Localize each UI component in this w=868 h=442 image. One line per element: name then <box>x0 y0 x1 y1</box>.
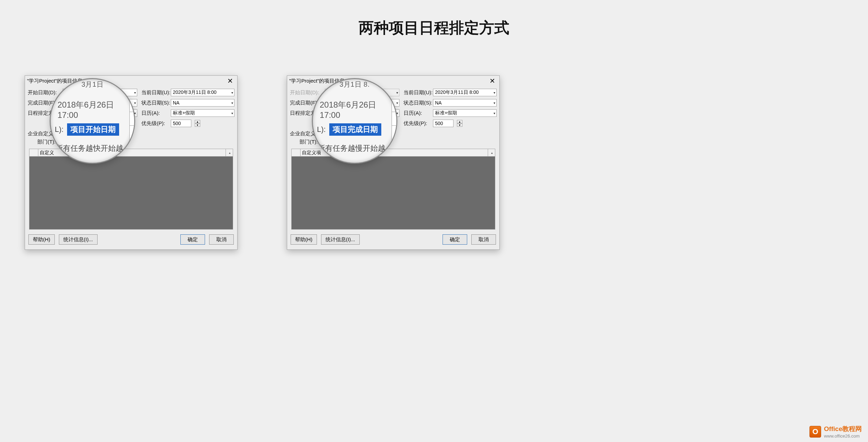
custom-fields-grid: 自定义项 ▴ <box>291 149 495 230</box>
calendar-combo[interactable]: 标准+假期▾ <box>433 109 497 117</box>
calendar-value: 标准+假期 <box>173 110 195 116</box>
close-icon[interactable]: ✕ <box>226 77 234 84</box>
start-date-label: 开始日期(D): <box>290 89 323 96</box>
grid-body[interactable] <box>29 157 233 229</box>
watermark: O Office教程网 www.office26.com <box>809 425 862 439</box>
current-date-label: 当前日期(U): <box>404 89 431 96</box>
start-date-label: 开始日期(D): <box>28 89 61 96</box>
cancel-button[interactable]: 取消 <box>471 234 496 245</box>
spin-down-icon[interactable]: ▼ <box>195 123 200 127</box>
current-date-value: 2020年3月11日 8:00 <box>435 89 479 96</box>
department-label: 部门(T): <box>299 139 318 145</box>
scroll-up-icon[interactable]: ▴ <box>489 149 495 157</box>
spin-up-icon[interactable]: ▲ <box>195 120 200 123</box>
status-date-label: 状态日期(S): <box>141 100 169 106</box>
chevron-down-icon: ▾ <box>134 91 136 95</box>
grid-body[interactable] <box>292 157 495 229</box>
lens-finish-date: 2018年6月26日 17:00 <box>317 95 392 123</box>
status-date-value: NA <box>435 100 442 106</box>
spin-up-icon[interactable]: ▲ <box>457 120 462 123</box>
lens-L-label: L): <box>317 125 326 134</box>
department-label: 部门(T): <box>37 139 55 145</box>
grid-header-blank <box>292 149 301 156</box>
grid-header: 自定义 ▴ <box>29 149 233 157</box>
spin-buttons[interactable]: ▲▼ <box>195 120 200 127</box>
priority-label: 优先级(P): <box>404 120 431 127</box>
priority-value: 500 <box>435 121 443 126</box>
ok-button[interactable]: 确定 <box>443 234 467 245</box>
stats-button[interactable]: 统计信息(I)... <box>321 234 360 245</box>
office-logo-icon: O <box>809 426 821 438</box>
help-button[interactable]: 帮助(H) <box>28 234 55 245</box>
chevron-down-icon: ▾ <box>494 111 495 115</box>
current-date-combo[interactable]: 2020年3月11日 8:00▾ <box>433 89 497 96</box>
grid-header-blank <box>29 149 38 156</box>
current-date-value: 2020年3月11日 8:00 <box>173 89 217 96</box>
button-bar: 帮助(H) 统计信息(I)... 确定 取消 <box>25 230 237 249</box>
scroll-up-icon[interactable]: ▴ <box>227 149 233 157</box>
chevron-down-icon: ▾ <box>396 91 398 95</box>
priority-stepper[interactable]: 500 <box>171 120 191 127</box>
chevron-down-icon: ▾ <box>231 101 233 105</box>
close-icon[interactable]: ✕ <box>488 77 497 84</box>
lens-selected-option[interactable]: 项目开始日期 <box>67 123 119 136</box>
cancel-button[interactable]: 取消 <box>209 234 234 245</box>
calendar-label: 日历(A): <box>404 110 431 116</box>
watermark-url: www.office26.com <box>824 433 862 439</box>
button-bar: 帮助(H) 统计信息(I)... 确定 取消 <box>287 230 499 249</box>
magnifier-left: 3月1日 2018年6月26日 17:00 L): 项目开始日期 所有任务越快开… <box>50 78 135 164</box>
status-date-value: NA <box>173 100 179 106</box>
chevron-down-icon: ▾ <box>134 101 136 105</box>
lens-selected-option[interactable]: 项目完成日期 <box>329 123 381 136</box>
priority-value: 500 <box>173 121 181 126</box>
status-date-combo[interactable]: NA▾ <box>171 99 234 107</box>
magnifier-right: 3月1日 8. 2018年6月26日 17:00 L): 项目完成日期 所有任务… <box>312 78 397 164</box>
chevron-down-icon: ▾ <box>231 91 233 95</box>
spin-down-icon[interactable]: ▼ <box>457 123 462 127</box>
calendar-value: 标准+假期 <box>435 110 457 116</box>
lens-finish-date: 2018年6月26日 17:00 <box>55 95 130 123</box>
chevron-down-icon: ▾ <box>396 101 398 105</box>
calendar-label: 日历(A): <box>141 110 169 116</box>
calendar-combo[interactable]: 标准+假期▾ <box>171 109 234 117</box>
page-title: 两种项目日程排定方式 <box>0 0 868 38</box>
enterprise-label: 企业自定义 <box>28 131 53 137</box>
ok-button[interactable]: 确定 <box>180 234 205 245</box>
grid-header: 自定义项 ▴ <box>292 149 495 157</box>
lens-L-label: L): <box>55 125 64 134</box>
stats-button[interactable]: 统计信息(I)... <box>59 234 98 245</box>
chevron-down-icon: ▾ <box>494 101 495 105</box>
current-date-combo[interactable]: 2020年3月11日 8:00▾ <box>171 89 234 96</box>
priority-label: 优先级(P): <box>141 120 169 127</box>
status-date-combo[interactable]: NA▾ <box>433 99 497 107</box>
titlebar: "学习Project"的项目信息 ✕ <box>25 76 237 86</box>
custom-fields-grid: 自定义 ▴ <box>29 149 233 230</box>
help-button[interactable]: 帮助(H) <box>291 234 317 245</box>
status-date-label: 状态日期(S): <box>404 100 431 106</box>
titlebar: "学习Project"的项目信息 ✕ <box>287 76 499 86</box>
chevron-down-icon: ▾ <box>231 111 233 115</box>
enterprise-label: 企业自定义 <box>290 131 316 137</box>
current-date-label: 当前日期(U): <box>141 89 169 96</box>
priority-stepper[interactable]: 500 <box>433 120 454 127</box>
chevron-down-icon: ▾ <box>494 91 495 95</box>
watermark-brand: Office教程网 <box>824 425 862 433</box>
spin-buttons[interactable]: ▲▼ <box>457 120 462 127</box>
